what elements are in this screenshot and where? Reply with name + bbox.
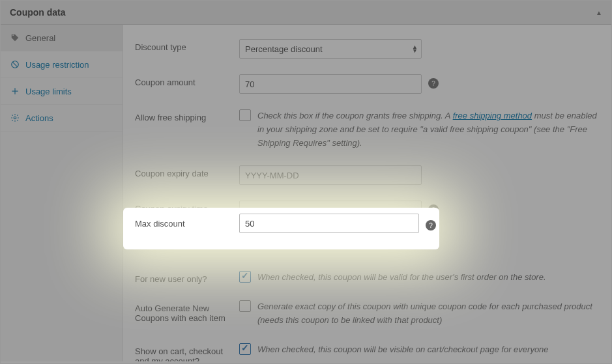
- ban-icon: [10, 59, 20, 70]
- field-discount-type: Discount type Percentage discount ▲▼: [135, 31, 600, 66]
- auto-generate-description: Generate exact copy of this coupon with …: [257, 300, 600, 328]
- show-on-cart-checkbox[interactable]: [239, 343, 251, 355]
- svg-point-4: [14, 117, 16, 119]
- discount-type-label: Discount type: [135, 39, 233, 52]
- help-tip-icon[interactable]: ?: [428, 78, 439, 89]
- sidebar-item-label: Usage limits: [25, 87, 72, 96]
- panel-header[interactable]: Coupon data ▲: [1, 1, 611, 25]
- field-auto-generate: Auto Generate New Coupons with each item…: [135, 292, 600, 335]
- sidebar: General Usage restriction Usage limits A…: [1, 25, 123, 361]
- max-discount-input[interactable]: [239, 214, 419, 233]
- free-shipping-label: Allow free shipping: [135, 109, 233, 122]
- new-user-only-description: When checked, this coupon will be valid …: [257, 271, 546, 285]
- new-user-only-label: For new user only?: [135, 271, 233, 284]
- free-shipping-checkbox[interactable]: [239, 109, 251, 121]
- discount-type-select[interactable]: Percentage discount: [239, 39, 422, 59]
- field-show-on-cart: Show on cart, checkout and my account? W…: [135, 335, 600, 361]
- field-max-discount: Max discount ?: [130, 214, 436, 233]
- main-content: Discount type Percentage discount ▲▼ Cou…: [123, 25, 611, 361]
- auto-generate-checkbox[interactable]: [239, 300, 251, 312]
- expiry-date-label: Coupon expiry date: [135, 165, 233, 178]
- sidebar-item-label: Actions: [25, 113, 53, 123]
- svg-line-1: [12, 62, 18, 67]
- sidebar-item-label: General: [25, 33, 55, 43]
- coupon-amount-label: Coupon amount: [135, 74, 233, 87]
- plus-icon: [10, 86, 20, 96]
- sidebar-item-usage-limits[interactable]: Usage limits: [1, 78, 123, 105]
- free-shipping-link[interactable]: free shipping method: [453, 111, 532, 120]
- sidebar-item-actions[interactable]: Actions: [1, 105, 123, 132]
- show-on-cart-description: When checked, this coupon will be visibl…: [257, 343, 549, 357]
- sidebar-item-label: Usage restriction: [25, 60, 89, 70]
- field-coupon-amount: Coupon amount ?: [135, 66, 600, 102]
- collapse-icon[interactable]: ▲: [596, 9, 602, 16]
- coupon-amount-input[interactable]: [239, 74, 422, 94]
- max-discount-label: Max discount: [135, 219, 233, 229]
- auto-generate-label: Auto Generate New Coupons with each item: [135, 300, 233, 323]
- show-on-cart-label: Show on cart, checkout and my account?: [135, 343, 233, 361]
- tag-icon: [10, 33, 20, 43]
- new-user-only-checkbox[interactable]: [239, 271, 251, 283]
- sidebar-item-usage-restriction[interactable]: Usage restriction: [1, 51, 123, 78]
- field-free-shipping: Allow free shipping Check this box if th…: [135, 102, 600, 158]
- panel-title: Coupon data: [10, 7, 66, 18]
- gear-icon: [10, 113, 20, 123]
- help-tip-icon[interactable]: ?: [426, 220, 436, 231]
- free-shipping-description: Check this box if the coupon grants free…: [257, 109, 600, 150]
- field-new-user-only: For new user only? When checked, this co…: [135, 263, 600, 292]
- expiry-time-label: Coupon expiry time: [135, 201, 233, 214]
- expiry-date-input[interactable]: [239, 165, 422, 185]
- sidebar-item-general[interactable]: General: [1, 25, 123, 51]
- field-expiry-date: Coupon expiry date: [135, 158, 600, 193]
